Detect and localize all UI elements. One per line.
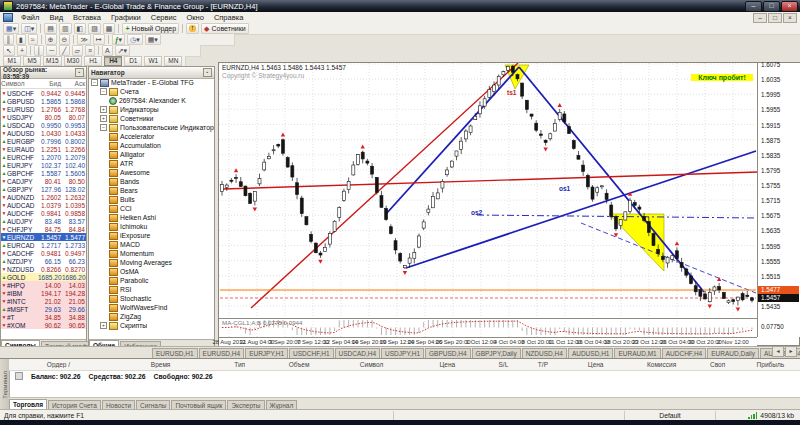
fibonacci-tool[interactable]: ≡ — [85, 45, 95, 56]
terminal-column-1[interactable]: Ордер / — [9, 361, 108, 368]
market-watch-toggle[interactable]: ▤ — [44, 23, 57, 34]
menu-service[interactable]: Сервис — [146, 13, 182, 22]
indicators-button[interactable]: ƒ▾ — [112, 34, 125, 45]
arrows-tool[interactable]: ↗▾ — [115, 45, 130, 56]
symbol-row-usdchf[interactable]: ▼USDCHF0.94420.9445 — [1, 89, 86, 97]
menu-view[interactable]: Вид — [44, 13, 68, 22]
terminal-column-9[interactable]: Цена — [563, 361, 629, 368]
chart-tab-eurusd-h1[interactable]: EURUSD,H1 — [152, 348, 198, 358]
chart-tab-gbpusd-h4[interactable]: GBPUSD,H4 — [425, 348, 471, 358]
terminal-column-8[interactable]: T/P — [523, 361, 563, 368]
tree-item-24[interactable]: Stochastic — [89, 294, 214, 303]
chart-tab-eurusd-h4[interactable]: EURUSD,H4 — [199, 348, 245, 358]
menu-help[interactable]: Справка — [209, 13, 248, 22]
navigator-menu-button[interactable]: ▪ — [203, 68, 212, 77]
symbol-row-nzdusd[interactable]: ▼NZDUSD0.82660.8270 — [1, 265, 86, 273]
symbol-row-gbpjpy[interactable]: ▲GBPJPY127.96128.02 — [1, 185, 86, 193]
expert-advisors-button[interactable]: ◆Советники — [201, 23, 249, 34]
bar-chart-button[interactable]: ║ — [3, 34, 14, 45]
price-chart-canvas[interactable] — [219, 63, 800, 337]
tree-item-12[interactable]: Bears — [89, 186, 214, 195]
timeframe-w1[interactable]: W1 — [144, 56, 162, 66]
horizontal-line-tool[interactable]: ─ — [46, 45, 57, 56]
symbol-row-eurcad[interactable]: ▲EURCAD1.27171.2733 — [1, 241, 86, 249]
chart-tab-audchf-h4[interactable]: AUDCHF,H4 — [662, 348, 706, 358]
tree-item-25[interactable]: WolfWavesFind — [89, 303, 214, 312]
text-tool[interactable]: A — [102, 45, 113, 56]
chart-tab-nzdusd-h4[interactable]: NZDUSD,H4 — [522, 348, 567, 358]
zoom-out-button[interactable]: ⊖ — [59, 34, 71, 45]
tree-item-26[interactable]: ZigZag — [89, 312, 214, 321]
symbol-row-audchf[interactable]: ▼AUDCHF0.98410.9858 — [1, 209, 86, 217]
chart-tab-euraud-daily[interactable]: EURAUD,Daily — [707, 348, 759, 358]
symbol-row-ibm[interactable]: ▼#IBM194.17194.28 — [1, 289, 86, 297]
mdi-minimize-button[interactable]: – — [753, 13, 767, 23]
symbol-row-eurnzd[interactable]: ▼EURNZD1.54571.5477 — [1, 233, 86, 241]
terminal-column-2[interactable]: Время — [108, 361, 213, 368]
terminal-column-6[interactable]: Цена — [411, 361, 484, 368]
navigator-toggle[interactable]: ◧ — [74, 23, 87, 34]
templates-button[interactable]: ▦▾ — [145, 34, 161, 45]
symbol-row-gbpusd[interactable]: ▲GBPUSD1.58651.5868 — [1, 97, 86, 105]
tree-item-5[interactable]: –Пользовательские Индикаторы — [89, 123, 214, 132]
symbol-row-gbpchf[interactable]: ▲GBPCHF1.55871.5605 — [1, 169, 86, 177]
tree-item-10[interactable]: Awesome — [89, 168, 214, 177]
terminal-column-12[interactable]: Прибыль — [741, 361, 800, 368]
symbol-row-euraud[interactable]: ▼EURAUD1.22511.2266 — [1, 145, 86, 153]
terminal-toggle[interactable]: ▨ — [88, 23, 101, 34]
terminal-column-5[interactable]: Символ — [332, 361, 411, 368]
symbol-row-gold[interactable]: ▲GOLD1685.201686.20 — [1, 273, 86, 281]
tree-item-7[interactable]: Accumulation — [89, 141, 214, 150]
symbol-row-intc[interactable]: ▼#INTC21.0221.05 — [1, 297, 86, 305]
chart-tab-eurjpy-h1[interactable]: EURJPY,H1 — [245, 348, 288, 358]
market-watch-menu-button[interactable]: ▪ — [75, 68, 84, 77]
chart-tabs-scroll-right[interactable]: ▸ — [785, 346, 797, 357]
expand-icon[interactable]: + — [100, 322, 107, 329]
tree-item-8[interactable]: Alligator — [89, 150, 214, 159]
minimize-button[interactable]: – — [745, 1, 762, 12]
symbol-row-audcad[interactable]: ▼AUDCAD1.03791.0395 — [1, 201, 86, 209]
tree-item-16[interactable]: Ichimoku — [89, 222, 214, 231]
symbol-row-eurusd[interactable]: ▼EURUSD1.27661.2768 — [1, 105, 86, 113]
new-order-button[interactable]: +Новый Ордер — [122, 23, 179, 34]
tree-item-4[interactable]: +Советники — [89, 114, 214, 123]
status-profile[interactable]: Default — [625, 411, 716, 420]
data-window-toggle[interactable]: ▥ — [59, 23, 72, 34]
tree-item-1[interactable]: –Счета — [89, 87, 214, 96]
tree-item-18[interactable]: MACD — [89, 240, 214, 249]
periods-button[interactable]: ◷▾ — [127, 34, 143, 45]
crosshair-tool[interactable]: + — [17, 45, 27, 56]
tree-item-2[interactable]: 2697584: Alexander K — [89, 96, 214, 105]
collapse-icon[interactable]: – — [100, 124, 107, 131]
close-button[interactable]: × — [781, 1, 798, 12]
symbol-row-hpq[interactable]: ▼#HPQ14.0014.03 — [1, 281, 86, 289]
timeframe-h1[interactable]: H1 — [84, 56, 102, 66]
candlestick-chart-button[interactable]: ▮ — [16, 34, 26, 45]
tree-item-19[interactable]: Momentum — [89, 249, 214, 258]
tree-item-13[interactable]: Bulls — [89, 195, 214, 204]
collapse-icon[interactable]: – — [91, 79, 98, 86]
terminal-column-7[interactable]: S/L — [484, 361, 524, 368]
symbol-row-nzdjpy[interactable]: ▲NZDJPY66.1566.23 — [1, 257, 86, 265]
symbol-row-t[interactable]: ▼#T34.8534.88 — [1, 313, 86, 321]
chart-shift-button[interactable]: ↦ — [93, 34, 105, 45]
tree-item-15[interactable]: Heiken Ashi — [89, 213, 214, 222]
tree-item-11[interactable]: Bands — [89, 177, 214, 186]
tree-item-6[interactable]: Accelerator — [89, 132, 214, 141]
terminal-column-10[interactable]: Комиссия — [629, 361, 695, 368]
symbol-row-eurgbp[interactable]: ▲EURGBP0.79960.8002 — [1, 137, 86, 145]
tree-item-0[interactable]: –MetaTrader - E-Global TFG — [89, 78, 214, 87]
tree-item-3[interactable]: +Индикаторы — [89, 105, 214, 114]
vertical-line-tool[interactable]: │ — [34, 45, 44, 56]
line-chart-button[interactable]: ≈ — [28, 34, 38, 45]
tree-item-14[interactable]: CCI — [89, 204, 214, 213]
chart-tabs-scroll-left[interactable]: ◂ — [772, 346, 784, 357]
symbol-row-cadchf[interactable]: ▼CADCHF0.94810.9497 — [1, 249, 86, 257]
chart-tab-usdcad-h4[interactable]: USDCAD,H4 — [335, 348, 381, 358]
timeframe-d1[interactable]: D1 — [124, 56, 142, 66]
symbol-row-eurchf[interactable]: ▲EURCHF1.20701.2079 — [1, 153, 86, 161]
trendline-tool[interactable]: ╱ — [59, 45, 69, 56]
tree-item-17[interactable]: iExposure — [89, 231, 214, 240]
chart-tab-usdchf-h1[interactable]: USDCHF,H1 — [289, 348, 333, 358]
symbol-row-chfjpy[interactable]: ▼CHFJPY84.7584.84 — [1, 225, 86, 233]
